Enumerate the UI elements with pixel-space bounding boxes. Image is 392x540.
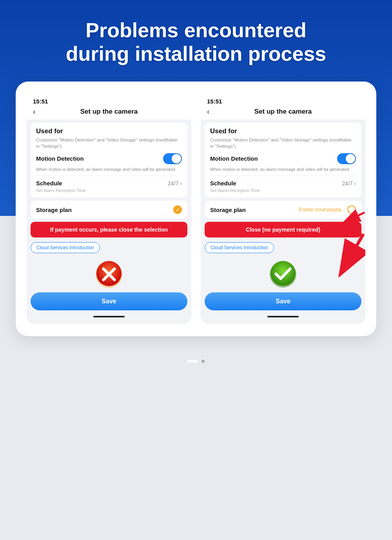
right-cloud-intro-btn[interactable]: Cloud Services Introduction xyxy=(205,242,274,253)
left-phone-panel: 15:51 ‹ Set up the camera Used for Custo… xyxy=(27,94,191,324)
right-enable-cloud-text: Enable cloud playba... xyxy=(299,207,345,212)
page-header: Problems encountered during installation… xyxy=(0,0,392,82)
left-x-icon xyxy=(95,260,123,288)
left-used-for-title: Used for xyxy=(36,127,182,135)
page-title: Problems encountered during installation… xyxy=(24,19,368,66)
left-home-indicator xyxy=(93,316,125,317)
left-storage-label: Storage plan xyxy=(36,207,72,213)
phones-row: 15:51 ‹ Set up the camera Used for Custo… xyxy=(27,94,365,324)
right-motion-row: Motion Detection xyxy=(210,153,356,164)
left-motion-row: Motion Detection xyxy=(36,153,182,164)
right-toggle-knob xyxy=(346,154,355,163)
right-nav-title: Set up the camera xyxy=(254,108,312,116)
right-schedule-label: Schedule xyxy=(210,180,236,187)
left-toggle-knob xyxy=(172,154,181,163)
left-used-for-subtitle: Customize "Motion Detection" and "Video … xyxy=(36,137,182,149)
left-storage-card: Storage plan ✓ xyxy=(31,201,187,219)
left-schedule-row[interactable]: Schedule 24/7 › xyxy=(36,176,182,187)
left-alert-banner: If payment occurs, please close the sele… xyxy=(31,222,187,237)
right-schedule-row[interactable]: Schedule 24/7 › xyxy=(210,176,356,187)
right-storage-row: Storage plan Enable cloud playba... xyxy=(210,205,356,214)
right-storage-enable: Enable cloud playba... xyxy=(299,205,356,214)
right-save-button[interactable]: Save xyxy=(205,292,361,310)
right-home-indicator xyxy=(267,316,299,317)
svg-point-7 xyxy=(270,261,296,286)
right-used-for-title: Used for xyxy=(210,127,356,135)
left-nav-bar: ‹ Set up the camera xyxy=(27,105,191,120)
right-back-button[interactable]: ‹ xyxy=(207,107,210,116)
left-motion-desc: When motion is detected, an alarm messag… xyxy=(36,167,182,172)
left-storage-row: Storage plan ✓ xyxy=(36,205,182,214)
inactive-dot xyxy=(201,360,205,363)
right-motion-desc: When motion is detected, an alarm messag… xyxy=(210,167,356,172)
right-schedule-value: 24/7 › xyxy=(342,180,356,187)
left-status-bar: 15:51 xyxy=(27,94,191,105)
right-alert-banner[interactable]: Close (no payment required) xyxy=(205,222,361,237)
left-icon-area xyxy=(27,260,191,288)
right-check-icon xyxy=(269,260,297,288)
right-used-for-subtitle: Customize "Motion Detection" and "Video … xyxy=(210,137,356,149)
left-back-button[interactable]: ‹ xyxy=(33,107,36,116)
right-storage-card: Storage plan Enable cloud playba... xyxy=(205,201,361,219)
right-phone-panel: 15:51 ‹ Set up the camera Used for Custo… xyxy=(201,94,365,324)
right-motion-toggle[interactable] xyxy=(337,153,356,164)
main-card: 15:51 ‹ Set up the camera Used for Custo… xyxy=(16,82,376,337)
right-motion-label: Motion Detection xyxy=(210,155,258,162)
left-used-for-card: Used for Customize "Motion Detection" an… xyxy=(31,123,187,198)
left-schedule-sub: Set Alarm Reception Time xyxy=(36,188,182,193)
right-used-for-card: Used for Customize "Motion Detection" an… xyxy=(205,123,361,198)
right-schedule-sub: Set Alarm Reception Time xyxy=(210,188,356,193)
left-time: 15:51 xyxy=(33,98,48,105)
right-icon-area xyxy=(201,260,365,288)
left-schedule-label: Schedule xyxy=(36,180,62,187)
left-motion-toggle[interactable] xyxy=(163,153,182,164)
right-storage-circle[interactable] xyxy=(347,205,356,214)
left-schedule-value: 24/7 › xyxy=(168,180,182,187)
right-nav-bar: ‹ Set up the camera xyxy=(201,105,365,120)
left-nav-title: Set up the camera xyxy=(80,108,138,116)
right-storage-label: Storage plan xyxy=(210,207,246,213)
left-save-button[interactable]: Save xyxy=(31,292,187,310)
active-dot xyxy=(187,360,198,362)
left-motion-label: Motion Detection xyxy=(36,155,84,162)
left-storage-check-icon: ✓ xyxy=(173,205,182,214)
right-time: 15:51 xyxy=(207,98,222,105)
pagination-dots xyxy=(187,352,205,367)
left-cloud-intro-btn[interactable]: Cloud Services Introduction xyxy=(31,242,100,253)
right-status-bar: 15:51 xyxy=(201,94,365,105)
